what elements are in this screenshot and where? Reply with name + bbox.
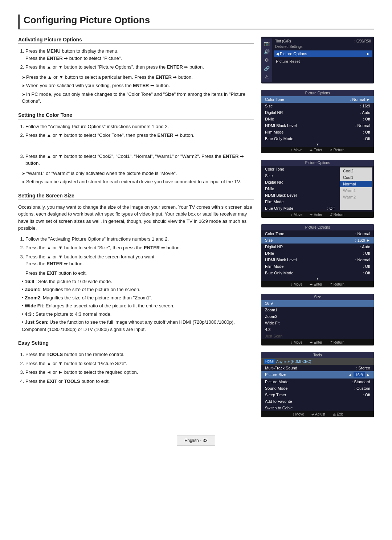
w3-left-row-6: Blue Only Mode: Off: [261, 205, 338, 212]
size-option-43: 4:3 : Sets the picture to 4:3 normal mod…: [22, 311, 254, 318]
w5-row-43: 4:3: [261, 326, 374, 333]
w4-row-1: Size: 16:9 ►: [261, 237, 374, 244]
easy-step-1: Press the TOOLS button on the remote con…: [25, 351, 254, 358]
activating-arrow-2: When you are satisfied with your setting…: [22, 82, 254, 89]
widget-picture-options-dropdown: Picture Options Color Tone Size Digital …: [261, 160, 374, 218]
w6-row-cable: Switch to Cable: [261, 405, 374, 411]
w4-row-2: Digital NR: Auto: [261, 244, 374, 250]
tint-label: Tint (G/R): [275, 39, 291, 43]
pic-options-row: ◀ Picture Options ►: [274, 50, 372, 57]
w6-row-picmode: Picture Mode: Standard: [261, 379, 374, 385]
easy-step-2: Press the ▲ or ▼ button to select "Pictu…: [25, 360, 254, 367]
activating-steps-list: Press the MENU button to display the men…: [25, 48, 254, 71]
color-tone-arrow-1: "Warm1" or "Warm2" is only activated whe…: [22, 170, 254, 177]
dropdown-item-cool2: Cool2: [340, 168, 372, 174]
w2-row-0: Color Tone: Normal ►: [261, 96, 374, 103]
w5-row-169: 16:9: [261, 300, 374, 307]
w2-footer: ↕ Move ➡ Enter ↺ Return: [261, 147, 374, 153]
w6-header: Tools: [261, 352, 374, 358]
section-activating-title: Activating Picture Options: [18, 37, 254, 44]
section-screen-size-title: Setting the Screen Size: [18, 193, 254, 200]
w6-footer: ↕ Move ⇄ Adjust ⏏ Exit: [261, 411, 374, 417]
w2-row-3: DNIe: Off: [261, 116, 374, 122]
w3-left-row-4: HDMI Black Level: [261, 192, 338, 199]
widget-tools-menu: Tools HDMI Anynet+ (HDMI-CEC) Multi-Trac…: [261, 352, 374, 417]
sidebar-icon-1: 📷: [264, 41, 270, 46]
w4-header: Picture Options: [261, 224, 374, 230]
screen-size-step-3: Press the ▲ or ▼ button to select the sc…: [25, 253, 254, 267]
right-column: 📷 🔊 ⚙ 🔗 ⚠ Tint (G/R) : G50/R50 Detailed …: [261, 37, 374, 417]
w4-row-5: Film Mode: Off: [261, 263, 374, 270]
w2-row-1: Size: 16:9: [261, 103, 374, 109]
w2-row-4: HDMI Black Level: Normal: [261, 122, 374, 129]
dropdown-item-normal: Normal: [340, 181, 372, 187]
w4-row-3: DNIe: Off: [261, 250, 374, 257]
pic-reset-row: Picture Reset: [274, 58, 372, 64]
tint-value: : G50/R50: [354, 39, 371, 43]
sidebar-icon-2: 🔊: [264, 49, 270, 54]
w5-row-zoom2: Zoom2: [261, 313, 374, 320]
screen-size-step-2: Press the ▲ or ▼ button to select "Size"…: [25, 244, 254, 251]
w2-row-2: Digital NR: Auto: [261, 109, 374, 116]
w3-header: Picture Options: [261, 160, 374, 166]
color-tone-step-3: Press the ▲ or ▼ button to select "Cool2…: [25, 153, 254, 167]
w4-row-6: Blue Only Mode: Off: [261, 270, 374, 276]
w3-left-row-3: DNIe: [261, 185, 338, 192]
w6-row-multitrack: Multi-Track Sound: Stereo: [261, 365, 374, 371]
w6-row-picsize: Picture Size ◄ 16:9 ►: [261, 371, 374, 379]
w6-row-sleep: Sleep Timer: Off: [261, 392, 374, 398]
widget-picture-options-1: Picture Options Color Tone: Normal ► Siz…: [261, 90, 374, 153]
activating-arrow-3: In PC mode, you can only make changes to…: [22, 91, 254, 105]
easy-setting-steps-list: Press the TOOLS button on the remote con…: [25, 351, 254, 385]
widget-picture-sidebar: 📷 🔊 ⚙ 🔗 ⚠ Tint (G/R) : G50/R50 Detailed …: [261, 37, 374, 83]
w5-row-widefit: Wide Fit: [261, 320, 374, 326]
screen-size-step-1: Follow the "Activating Picture Options" …: [25, 236, 254, 243]
size-option-widefit: Wide Fit: Enlarges the aspect ratio of t…: [22, 302, 254, 310]
w4-row-4: HDMI Black Level: Normal: [261, 257, 374, 263]
w6-row-favorite: Add to Favorite: [261, 398, 374, 405]
w2-row-6: Blue Only Mode: Off: [261, 135, 374, 142]
anynet-row: HDMI Anynet+ (HDMI-CEC): [261, 358, 374, 365]
left-column: Activating Picture Options Press the MEN…: [18, 37, 254, 417]
w4-footer: ↕ Move ➡ Enter ↺ Return: [261, 281, 374, 287]
screen-size-steps-list: Follow the "Activating Picture Options" …: [25, 236, 254, 267]
w4-row-0: Color Tone: Normal: [261, 230, 374, 237]
page-title: Configuring Picture Options: [18, 15, 374, 29]
dropdown-item-warm1: Warm1: [340, 187, 372, 194]
easy-step-4: Press the EXIT or TOOLS button to exit.: [25, 378, 254, 385]
sidebar-icon-3: ⚙: [265, 57, 269, 63]
w5-header: Size: [261, 294, 374, 300]
detailed-settings: Detailed Settings: [274, 44, 372, 49]
color-tone-steps-list-2: Press the ▲ or ▼ button to select "Cool2…: [25, 153, 254, 167]
w5-row-justscan: Just Scan: [261, 333, 374, 339]
color-tone-steps-list: Follow the "Activating Picture Options" …: [25, 123, 254, 139]
widget-picture-options-2: Picture Options Color Tone: Normal Size:…: [261, 224, 374, 287]
easy-step-3: Press the ◄ or ► button to select the re…: [25, 369, 254, 376]
w2-row-5: Film Mode: Off: [261, 129, 374, 135]
size-option-zoom2: Zoom2: Magnifies the size of the picture…: [22, 294, 254, 302]
w3-left-row-5: Film Mode: [261, 199, 338, 205]
dropdown-item-warm2: Warm2: [340, 194, 372, 200]
color-tone-step-2: Press the ▲ or ▼ button to select "Color…: [25, 132, 254, 139]
size-option-justscan: Just Scan: Use the function to see the f…: [22, 319, 254, 333]
w3-left-row-2: Digital NR: [261, 179, 338, 185]
section-color-tone-title: Setting the Color Tone: [18, 112, 254, 119]
size-option-zoom1: Zoom1: Magnifies the size of the picture…: [22, 286, 254, 293]
color-tone-arrow-list: "Warm1" or "Warm2" is only activated whe…: [22, 170, 254, 185]
w6-row-soundmode: Sound Mode: Custom: [261, 385, 374, 392]
color-tone-arrow-2: Settings can be adjusted and stored for …: [22, 178, 254, 185]
page-footer: English - 33: [177, 435, 215, 446]
sidebar-icon-4: 🔗: [264, 66, 270, 71]
w2-header: Picture Options: [261, 90, 374, 96]
activating-step-2: Press the ▲ or ▼ button to select "Pictu…: [25, 64, 254, 71]
w3-left-row-1: Size: [261, 172, 338, 179]
sidebar-icon-5: ⚠: [265, 74, 269, 79]
widget-size-selection: Size 16:9 Zoom1 Zoom2 Wide Fit 4:3 Just …: [261, 294, 374, 345]
screen-size-exit: Press the EXIT button to exit.: [25, 270, 254, 276]
footer-wrap: English - 33: [18, 425, 374, 446]
screen-size-options-list: 16:9 : Sets the picture to 16:9 wide mod…: [22, 278, 254, 333]
dropdown-item-cool1: Cool1: [340, 174, 372, 181]
screen-size-intro: Occasionally, you may want to change the…: [18, 204, 254, 232]
color-tone-step-1: Follow the "Activating Picture Options" …: [25, 123, 254, 130]
activating-arrow-list: Press the ▲ or ▼ button to select a part…: [22, 74, 254, 105]
